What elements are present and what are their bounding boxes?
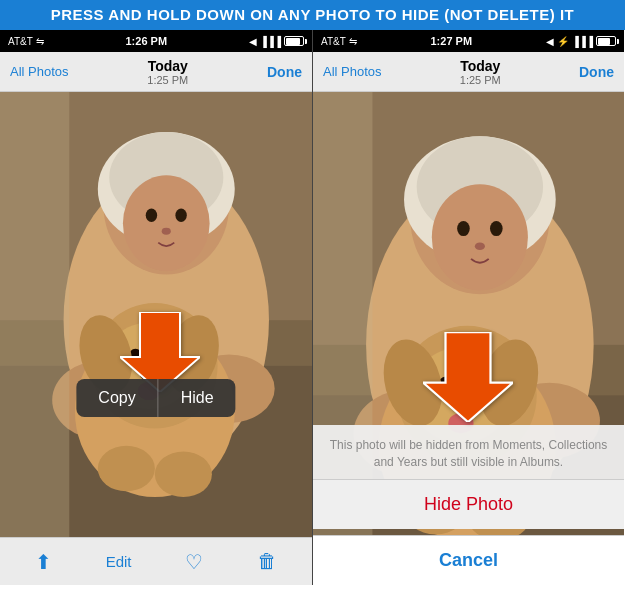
share-icon-left[interactable]: ⬆ bbox=[23, 546, 64, 578]
battery-icon-right bbox=[596, 36, 616, 46]
nav-bar-left: All Photos Today 1:25 PM Done bbox=[0, 52, 312, 92]
phones-container: AT&T ⇋ 1:26 PM ◀ ▐▐▐ All Photos Today 1:… bbox=[0, 30, 625, 585]
battery-fill-right bbox=[598, 38, 610, 45]
delete-icon-left[interactable]: 🗑 bbox=[245, 546, 289, 577]
done-button-right[interactable]: Done bbox=[579, 64, 614, 80]
status-bar-left: AT&T ⇋ 1:26 PM ◀ ▐▐▐ bbox=[0, 30, 312, 52]
back-button-left[interactable]: All Photos bbox=[10, 64, 69, 79]
back-button-right[interactable]: All Photos bbox=[323, 64, 382, 79]
svg-point-21 bbox=[98, 446, 155, 492]
nav-subtitle-left: 1:25 PM bbox=[147, 74, 188, 86]
battery-fill-left bbox=[286, 38, 300, 45]
nav-center-right: Today 1:25 PM bbox=[460, 58, 501, 86]
svg-point-10 bbox=[162, 228, 171, 235]
svg-rect-24 bbox=[0, 92, 69, 537]
status-time-left: 1:26 PM bbox=[125, 35, 167, 47]
svg-point-36 bbox=[475, 242, 485, 250]
done-button-left[interactable]: Done bbox=[267, 64, 302, 80]
battery-icon-left bbox=[284, 36, 304, 46]
status-left-right: AT&T ⇋ bbox=[321, 36, 357, 47]
dialog-message: This photo will be hidden from Moments, … bbox=[313, 425, 624, 479]
location-icon-left: ◀ bbox=[249, 36, 257, 47]
nav-subtitle-right: 1:25 PM bbox=[460, 74, 501, 86]
hide-dialog: This photo will be hidden from Moments, … bbox=[313, 425, 624, 585]
wifi-icon-right: ⇋ bbox=[349, 36, 357, 47]
signal-icon-left: ▐▐▐ bbox=[260, 36, 281, 47]
cancel-button[interactable]: Cancel bbox=[313, 535, 624, 585]
location-icon-right: ◀ bbox=[546, 36, 554, 47]
status-right-right: ◀ ⚡ ▐▐▐ bbox=[546, 36, 616, 47]
svg-point-33 bbox=[432, 184, 528, 290]
copy-menu-item[interactable]: Copy bbox=[76, 379, 157, 417]
carrier-label-right: AT&T bbox=[321, 36, 346, 47]
status-time-right: 1:27 PM bbox=[430, 35, 472, 47]
favorite-icon-left[interactable]: ♡ bbox=[173, 546, 215, 578]
nav-title-right: Today bbox=[460, 58, 501, 74]
hide-photo-button[interactable]: Hide Photo bbox=[313, 479, 624, 529]
photo-area-right: This photo will be hidden from Moments, … bbox=[313, 92, 624, 585]
status-bar-right: AT&T ⇋ 1:27 PM ◀ ⚡ ▐▐▐ bbox=[313, 30, 624, 52]
svg-point-35 bbox=[490, 221, 503, 236]
hide-menu-item[interactable]: Hide bbox=[158, 379, 236, 417]
svg-point-9 bbox=[175, 208, 186, 222]
carrier-label-left: AT&T bbox=[8, 36, 33, 47]
svg-point-7 bbox=[123, 175, 210, 271]
nav-title-left: Today bbox=[147, 58, 188, 74]
signal-icon-right: ▐▐▐ bbox=[572, 36, 593, 47]
wifi-icon-left: ⇋ bbox=[36, 36, 44, 47]
context-menu: Copy Hide bbox=[76, 379, 235, 417]
bluetooth-icon-right: ⚡ bbox=[557, 36, 569, 47]
svg-marker-51 bbox=[423, 332, 513, 422]
dialog-sheet: This photo will be hidden from Moments, … bbox=[313, 425, 624, 529]
arrow-icon-right bbox=[423, 332, 513, 426]
svg-point-8 bbox=[146, 208, 157, 222]
svg-point-22 bbox=[155, 451, 212, 497]
svg-point-34 bbox=[457, 221, 470, 236]
nav-center-left: Today 1:25 PM bbox=[147, 58, 188, 86]
status-right-left: ◀ ▐▐▐ bbox=[249, 36, 304, 47]
status-left: AT&T ⇋ bbox=[8, 36, 44, 47]
phone-panel-left: AT&T ⇋ 1:26 PM ◀ ▐▐▐ All Photos Today 1:… bbox=[0, 30, 312, 585]
edit-button-left[interactable]: Edit bbox=[94, 549, 144, 574]
photo-area-left: Copy Hide bbox=[0, 92, 312, 537]
instruction-banner: PRESS AND HOLD DOWN ON ANY PHOTO TO HIDE… bbox=[0, 0, 625, 30]
phone-panel-right: AT&T ⇋ 1:27 PM ◀ ⚡ ▐▐▐ All Photos Today … bbox=[312, 30, 624, 585]
toolbar-left: ⬆ Edit ♡ 🗑 bbox=[0, 537, 312, 585]
nav-bar-right: All Photos Today 1:25 PM Done bbox=[313, 52, 624, 92]
